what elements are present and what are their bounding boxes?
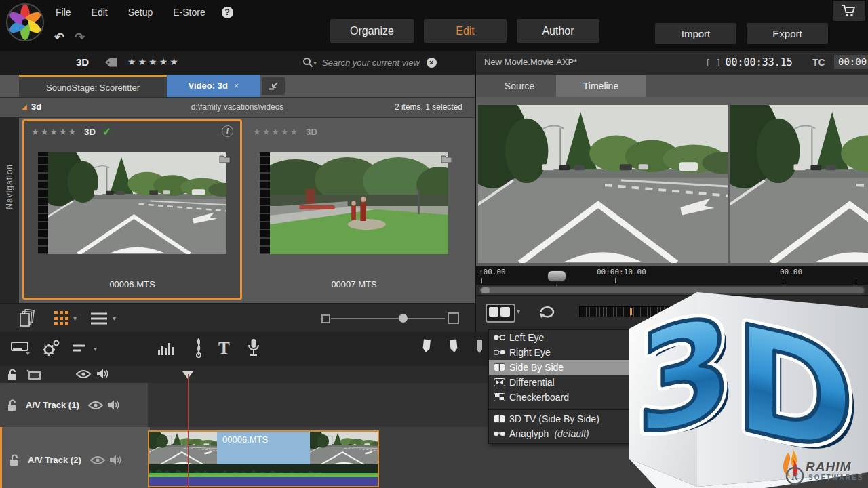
- playhead-line: [188, 374, 189, 488]
- track-options-icon[interactable]: [72, 343, 90, 354]
- preview-right-eye[interactable]: [730, 105, 868, 263]
- track-2-header[interactable]: A/V Track (2): [0, 427, 150, 488]
- timeline-clip-00006[interactable]: 00006.MTS: [148, 430, 379, 476]
- zoom-in-icon[interactable]: [448, 312, 459, 324]
- info-icon[interactable]: i: [222, 125, 233, 137]
- menu-item-differential[interactable]: Differential: [489, 375, 630, 390]
- track-row-2[interactable]: A/V Track (2): [0, 427, 868, 488]
- volume-icon[interactable]: [841, 305, 854, 317]
- volume-chevron-icon[interactable]: ▾: [857, 308, 861, 315]
- speaker-icon[interactable]: [96, 368, 110, 380]
- mode-tab-organize[interactable]: Organize: [330, 19, 414, 43]
- menu-setup[interactable]: Setup: [124, 5, 157, 19]
- menu-edit[interactable]: Edit: [87, 5, 112, 19]
- zoom-out-icon[interactable]: [321, 314, 330, 323]
- library-tab-strip: SoundStage: Scorefitter Video: 3d ×: [0, 75, 475, 97]
- tab-source[interactable]: Source: [483, 75, 556, 97]
- folder-icon[interactable]: [441, 154, 452, 163]
- rating-filter-stars[interactable]: ★★★★★: [127, 56, 180, 67]
- asset-thumbnail[interactable]: [38, 152, 226, 254]
- scorefitter-icon[interactable]: [191, 338, 206, 359]
- lock-icon[interactable]: [7, 369, 18, 381]
- track-camera-icon[interactable]: [26, 369, 43, 381]
- clip-audio-bar[interactable]: [148, 476, 379, 487]
- export-button[interactable]: Export: [747, 23, 828, 44]
- undo-icon[interactable]: ↶: [54, 30, 64, 45]
- track-1-header[interactable]: A/V Track (1): [0, 383, 148, 428]
- close-tab-icon[interactable]: ×: [234, 81, 239, 91]
- thumbnail-zoom-slider[interactable]: [331, 318, 445, 319]
- navigation-sidebar-tab[interactable]: Navigation: [0, 117, 19, 303]
- grid-view-icon[interactable]: [54, 311, 69, 326]
- checkerboard-icon: [494, 393, 505, 401]
- voiceover-mic-icon[interactable]: [247, 338, 260, 359]
- stereo-view-menu: Left Eye Right Eye Side By Side Differen…: [488, 329, 631, 444]
- zoom-slider-handle[interactable]: [399, 314, 408, 323]
- store-cart-button[interactable]: [833, 1, 865, 21]
- menu-item-3d-tv[interactable]: 3D TV (Side By Side): [489, 411, 630, 426]
- filmstrip-icon: [260, 152, 271, 254]
- scrubber-handle[interactable]: [547, 270, 566, 282]
- app-logo-icon[interactable]: [5, 3, 45, 42]
- menu-item-side-by-side[interactable]: Side By Side: [489, 360, 630, 375]
- menu-file[interactable]: File: [52, 5, 75, 19]
- mode-tab-author[interactable]: Author: [517, 19, 599, 43]
- list-view-icon[interactable]: [91, 312, 107, 325]
- menu-item-right-eye[interactable]: Right Eye: [489, 345, 630, 360]
- mark-in-icon[interactable]: [422, 339, 431, 358]
- tab-soundstage-scorefitter[interactable]: SoundStage: Scorefitter: [19, 75, 167, 99]
- tab-timeline[interactable]: Timeline: [556, 75, 646, 97]
- search-options-chevron-icon[interactable]: ▾: [313, 59, 317, 66]
- timecode-field[interactable]: 00:00: [834, 55, 868, 69]
- asset-card-00006[interactable]: ★★★★★ 3D ✓ i 00006.MTS: [22, 119, 242, 300]
- eye-icon[interactable]: [88, 401, 103, 410]
- lock-icon[interactable]: [7, 399, 18, 411]
- asset-stars[interactable]: ★★★★★: [31, 127, 77, 137]
- menu-label: Checkerboard: [509, 392, 569, 403]
- search-box[interactable]: ▾ Search your current view ×: [302, 55, 465, 70]
- clear-search-icon[interactable]: ×: [427, 58, 437, 68]
- track-row-1[interactable]: A/V Track (1): [0, 383, 868, 427]
- loop-playback-icon[interactable]: [537, 304, 557, 320]
- chevron-down-icon[interactable]: ▾: [113, 314, 116, 322]
- settings-gear-icon[interactable]: [41, 339, 61, 358]
- preview-scrollbar[interactable]: [479, 286, 865, 295]
- speaker-icon[interactable]: [107, 399, 121, 411]
- audio-mixer-icon[interactable]: [157, 340, 176, 357]
- lock-icon[interactable]: [9, 454, 20, 466]
- ruler-time-1: 00:00:10.00: [597, 268, 646, 277]
- preview-left-eye[interactable]: [478, 105, 728, 263]
- chevron-down-icon[interactable]: ▾: [94, 345, 97, 352]
- mode-tab-edit[interactable]: Edit: [424, 19, 507, 43]
- asset-stars[interactable]: ★★★★★: [253, 127, 299, 137]
- menu-item-anaglyph[interactable]: Anaglyph (default): [489, 426, 630, 441]
- view-mode-chevron-icon[interactable]: ▾: [517, 308, 520, 315]
- scrollbar-thumb[interactable]: [480, 287, 864, 293]
- menu-label: 3D TV (Side By Side): [509, 413, 599, 424]
- marker-icon[interactable]: [475, 339, 484, 358]
- speaker-icon[interactable]: [109, 454, 123, 466]
- jog-scrub-strip[interactable]: [579, 306, 690, 317]
- folder-icon[interactable]: [219, 154, 231, 163]
- timeline-view-icon[interactable]: [11, 340, 31, 357]
- asset-card-00007[interactable]: ★★★★★ 3D 00007.MTS: [244, 119, 464, 300]
- new-tab-button[interactable]: [262, 77, 285, 95]
- chevron-down-icon[interactable]: ▾: [73, 314, 77, 322]
- mark-out-icon[interactable]: [449, 339, 458, 358]
- asset-thumbnail[interactable]: [260, 152, 448, 254]
- stereo-view-mode-button[interactable]: [486, 304, 515, 323]
- redo-icon[interactable]: ↷: [75, 30, 85, 45]
- eye-icon[interactable]: [76, 369, 91, 379]
- import-button[interactable]: Import: [655, 23, 736, 44]
- timeline-ruler[interactable]: :00.00 00:00:10.00 00.00: [476, 266, 868, 285]
- tag-icon[interactable]: [104, 57, 118, 68]
- help-icon[interactable]: ?: [222, 7, 233, 18]
- menu-item-left-eye[interactable]: Left Eye: [489, 330, 630, 345]
- title-editor-icon[interactable]: T: [218, 339, 230, 358]
- scrollbar-grip[interactable]: [481, 287, 490, 293]
- menu-item-checkerboard[interactable]: Checkerboard: [489, 390, 630, 405]
- eye-icon[interactable]: [90, 455, 105, 465]
- copies-icon[interactable]: [19, 309, 35, 328]
- tab-video-3d[interactable]: Video: 3d ×: [167, 75, 260, 97]
- menu-estore[interactable]: E-Store: [169, 5, 209, 19]
